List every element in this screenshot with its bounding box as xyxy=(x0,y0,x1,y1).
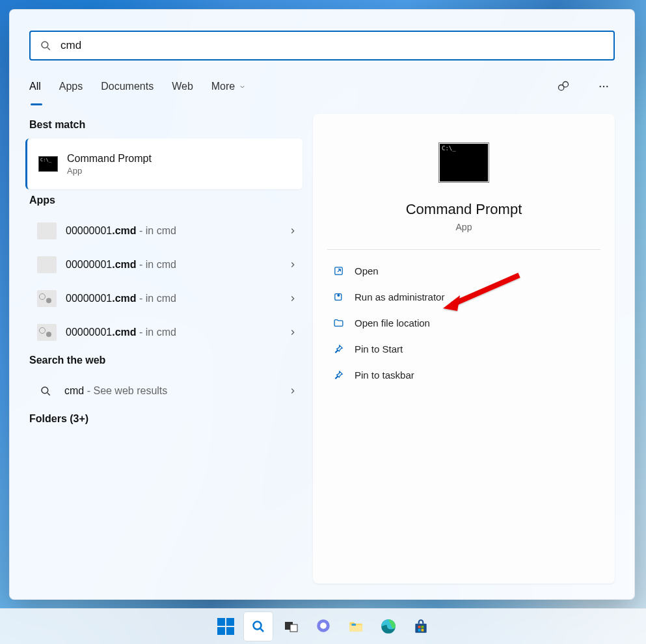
chevron-right-icon xyxy=(288,260,297,269)
taskbar-chat-button[interactable] xyxy=(309,612,338,641)
pin-icon xyxy=(332,343,344,355)
search-bar[interactable] xyxy=(29,31,615,60)
folders-heading: Folders (3+) xyxy=(29,413,303,425)
start-button[interactable] xyxy=(211,612,240,641)
app-result-label: 00000001.cmd - in cmd xyxy=(66,225,288,237)
svg-rect-14 xyxy=(290,624,297,632)
svg-rect-17 xyxy=(349,625,362,632)
windows-logo-icon xyxy=(217,618,234,635)
app-result-row[interactable]: 00000001.cmd - in cmd xyxy=(29,282,303,315)
tab-more[interactable]: More xyxy=(211,77,246,96)
best-match-subtitle: App xyxy=(67,166,152,176)
store-icon xyxy=(412,618,429,635)
best-match-heading: Best match xyxy=(29,119,303,131)
folder-icon xyxy=(347,618,364,635)
tab-more-label: More xyxy=(211,81,235,92)
action-label: Pin to Start xyxy=(355,343,403,355)
action-pin-taskbar[interactable]: Pin to taskbar xyxy=(327,362,600,388)
svg-point-11 xyxy=(253,622,261,630)
svg-point-0 xyxy=(42,42,48,48)
more-options-button[interactable] xyxy=(593,75,615,98)
filter-tabs: All Apps Documents Web More xyxy=(10,71,634,102)
best-match-title: Command Prompt xyxy=(67,153,152,165)
chevron-right-icon xyxy=(288,226,297,235)
search-bar-container xyxy=(10,10,634,71)
app-result-label: 00000001.cmd - in cmd xyxy=(66,259,288,271)
start-search-window: All Apps Documents Web More Best match C… xyxy=(9,9,635,600)
search-web-heading: Search the web xyxy=(29,355,303,366)
chat-icon xyxy=(315,618,332,635)
edge-icon xyxy=(380,618,397,635)
web-result-row[interactable]: cmd - See web results xyxy=(29,374,303,408)
tab-all[interactable]: All xyxy=(29,77,41,96)
results-column: Best match Command Prompt App Apps 00000… xyxy=(29,114,303,584)
tab-apps[interactable]: Apps xyxy=(59,77,83,96)
command-prompt-icon xyxy=(38,156,58,172)
action-open-location[interactable]: Open file location xyxy=(327,310,600,336)
file-icon xyxy=(37,222,57,239)
search-icon xyxy=(250,619,266,634)
preview-app-icon xyxy=(438,142,489,183)
action-open[interactable]: Open xyxy=(327,258,600,284)
svg-rect-21 xyxy=(418,626,420,628)
svg-point-6 xyxy=(606,86,608,87)
settings-file-icon xyxy=(37,324,57,341)
chat-icon xyxy=(557,80,570,93)
action-pin-start[interactable]: Pin to Start xyxy=(327,336,600,362)
edge-button[interactable] xyxy=(374,612,403,641)
best-match-text: Command Prompt App xyxy=(67,153,152,176)
taskbar-search-button[interactable] xyxy=(244,612,273,641)
web-result-label: cmd - See web results xyxy=(64,385,288,397)
ellipsis-icon xyxy=(598,81,610,92)
preview-subtitle: App xyxy=(327,222,600,232)
svg-rect-24 xyxy=(421,629,424,632)
action-label: Pin to taskbar xyxy=(355,369,414,381)
svg-point-4 xyxy=(600,86,601,87)
task-view-button[interactable] xyxy=(276,612,305,641)
preview-title: Command Prompt xyxy=(327,201,600,218)
action-run-admin[interactable]: Run as administrator xyxy=(327,284,600,310)
app-result-row[interactable]: 00000001.cmd - in cmd xyxy=(29,214,303,248)
action-label: Open file location xyxy=(355,317,430,329)
search-input[interactable] xyxy=(61,39,604,52)
file-icon xyxy=(37,256,57,273)
shield-icon xyxy=(332,291,344,302)
apps-heading: Apps xyxy=(29,195,303,206)
taskbar xyxy=(0,608,646,644)
svg-line-12 xyxy=(260,629,263,632)
svg-rect-23 xyxy=(418,629,420,632)
divider xyxy=(327,249,600,250)
svg-point-3 xyxy=(563,82,568,87)
best-match-result[interactable]: Command Prompt App xyxy=(25,139,303,189)
chevron-right-icon xyxy=(288,386,297,396)
search-icon xyxy=(40,385,51,397)
action-label: Run as administrator xyxy=(355,291,444,302)
settings-file-icon xyxy=(37,290,57,307)
tab-web[interactable]: Web xyxy=(172,77,193,96)
app-result-label: 00000001.cmd - in cmd xyxy=(66,327,288,338)
pin-icon xyxy=(332,369,344,381)
folder-icon xyxy=(332,317,344,329)
chevron-right-icon xyxy=(288,328,297,337)
app-result-row[interactable]: 00000001.cmd - in cmd xyxy=(29,315,303,349)
open-icon xyxy=(332,265,344,276)
task-view-icon xyxy=(283,619,299,634)
store-button[interactable] xyxy=(407,612,435,641)
svg-rect-22 xyxy=(421,626,424,628)
svg-line-1 xyxy=(47,47,50,50)
svg-rect-20 xyxy=(415,624,426,633)
feedback-button[interactable] xyxy=(552,75,574,98)
file-explorer-button[interactable] xyxy=(342,612,370,641)
svg-point-16 xyxy=(320,623,327,629)
app-result-label: 00000001.cmd - in cmd xyxy=(66,293,288,304)
chevron-right-icon xyxy=(288,294,297,303)
tab-documents[interactable]: Documents xyxy=(101,77,154,96)
svg-line-8 xyxy=(47,393,50,396)
action-label: Open xyxy=(355,265,379,276)
svg-point-7 xyxy=(42,387,48,394)
app-result-row[interactable]: 00000001.cmd - in cmd xyxy=(29,248,303,282)
svg-point-5 xyxy=(603,86,604,87)
chevron-down-icon xyxy=(239,83,246,90)
preview-panel: Command Prompt App Open Run as administr… xyxy=(313,114,615,584)
svg-rect-18 xyxy=(351,624,356,626)
